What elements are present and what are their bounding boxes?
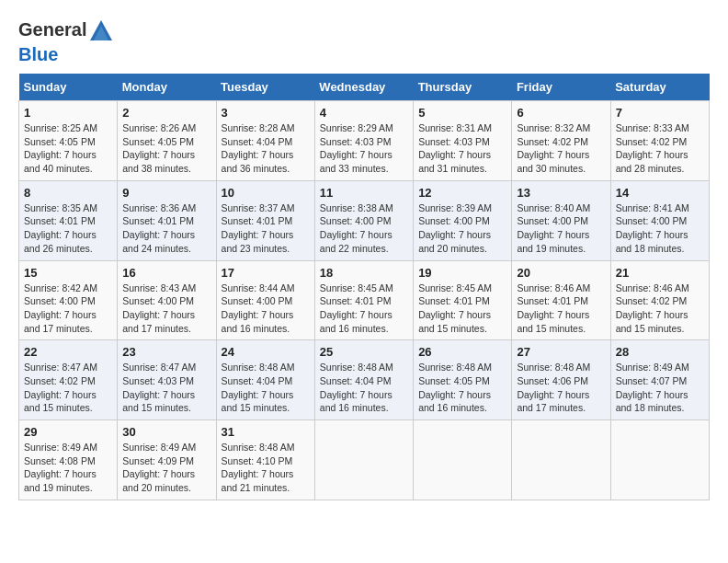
- day-number: 8: [24, 186, 112, 200]
- day-number: 9: [122, 186, 210, 200]
- table-row: 19Sunrise: 8:45 AMSunset: 4:01 PMDayligh…: [414, 260, 512, 340]
- table-row: 22Sunrise: 8:47 AMSunset: 4:02 PMDayligh…: [19, 340, 118, 420]
- day-info: Sunrise: 8:31 AMSunset: 4:03 PMDaylight:…: [418, 122, 492, 174]
- table-row: [512, 420, 610, 500]
- page-header: General Blue: [18, 18, 710, 64]
- weekday-label: Thursday: [414, 74, 512, 101]
- table-row: 1Sunrise: 8:25 AMSunset: 4:05 PMDaylight…: [19, 101, 118, 181]
- logo-blue: Blue: [18, 44, 58, 64]
- day-info: Sunrise: 8:48 AMSunset: 4:05 PMDaylight:…: [418, 362, 492, 413]
- weekday-label: Wednesday: [314, 74, 413, 101]
- day-number: 22: [24, 345, 112, 359]
- day-info: Sunrise: 8:36 AMSunset: 4:01 PMDaylight:…: [122, 202, 196, 254]
- table-row: 5Sunrise: 8:31 AMSunset: 4:03 PMDaylight…: [414, 101, 512, 181]
- day-info: Sunrise: 8:28 AMSunset: 4:04 PMDaylight:…: [222, 122, 295, 174]
- day-number: 27: [517, 345, 605, 359]
- day-info: Sunrise: 8:42 AMSunset: 4:00 PMDaylight:…: [24, 282, 97, 334]
- day-number: 13: [517, 186, 605, 200]
- table-row: 18Sunrise: 8:45 AMSunset: 4:01 PMDayligh…: [314, 260, 413, 340]
- day-number: 5: [418, 106, 506, 120]
- day-number: 15: [24, 266, 112, 280]
- table-row: 14Sunrise: 8:41 AMSunset: 4:00 PMDayligh…: [610, 180, 709, 260]
- day-number: 1: [24, 106, 112, 120]
- calendar-body: 1Sunrise: 8:25 AMSunset: 4:05 PMDaylight…: [19, 101, 710, 500]
- table-row: 10Sunrise: 8:37 AMSunset: 4:01 PMDayligh…: [216, 180, 314, 260]
- day-number: 29: [24, 425, 112, 439]
- weekday-label: Monday: [118, 74, 216, 101]
- day-number: 4: [320, 106, 408, 120]
- day-number: 12: [418, 186, 506, 200]
- day-number: 30: [122, 425, 210, 439]
- table-row: 15Sunrise: 8:42 AMSunset: 4:00 PMDayligh…: [19, 260, 118, 340]
- table-row: 28Sunrise: 8:49 AMSunset: 4:07 PMDayligh…: [610, 340, 709, 420]
- day-info: Sunrise: 8:49 AMSunset: 4:07 PMDaylight:…: [616, 362, 689, 413]
- day-number: 20: [517, 266, 605, 280]
- table-row: 23Sunrise: 8:47 AMSunset: 4:03 PMDayligh…: [118, 340, 216, 420]
- weekday-label: Sunday: [19, 74, 118, 101]
- table-row: 31Sunrise: 8:48 AMSunset: 4:10 PMDayligh…: [216, 420, 314, 500]
- day-number: 16: [122, 266, 210, 280]
- day-number: 11: [320, 186, 408, 200]
- day-info: Sunrise: 8:39 AMSunset: 4:00 PMDaylight:…: [418, 202, 492, 254]
- day-info: Sunrise: 8:48 AMSunset: 4:06 PMDaylight:…: [517, 362, 590, 413]
- day-info: Sunrise: 8:37 AMSunset: 4:01 PMDaylight:…: [222, 202, 295, 254]
- day-number: 26: [418, 345, 506, 359]
- calendar-week-row: 8Sunrise: 8:35 AMSunset: 4:01 PMDaylight…: [19, 180, 710, 260]
- weekday-header-row: SundayMondayTuesdayWednesdayThursdayFrid…: [19, 74, 710, 101]
- table-row: 4Sunrise: 8:29 AMSunset: 4:03 PMDaylight…: [314, 101, 413, 181]
- table-row: 26Sunrise: 8:48 AMSunset: 4:05 PMDayligh…: [414, 340, 512, 420]
- day-info: Sunrise: 8:47 AMSunset: 4:03 PMDaylight:…: [122, 362, 196, 413]
- logo-general: General: [18, 19, 86, 40]
- logo: General Blue: [18, 18, 114, 64]
- day-info: Sunrise: 8:25 AMSunset: 4:05 PMDaylight:…: [24, 122, 97, 174]
- table-row: 8Sunrise: 8:35 AMSunset: 4:01 PMDaylight…: [19, 180, 118, 260]
- day-number: 23: [122, 345, 210, 359]
- table-row: [414, 420, 512, 500]
- day-number: 17: [222, 266, 310, 280]
- day-number: 21: [616, 266, 704, 280]
- table-row: 27Sunrise: 8:48 AMSunset: 4:06 PMDayligh…: [512, 340, 610, 420]
- table-row: 11Sunrise: 8:38 AMSunset: 4:00 PMDayligh…: [314, 180, 413, 260]
- day-info: Sunrise: 8:44 AMSunset: 4:00 PMDaylight:…: [222, 282, 295, 334]
- table-row: 3Sunrise: 8:28 AMSunset: 4:04 PMDaylight…: [216, 101, 314, 181]
- day-number: 3: [222, 106, 310, 120]
- day-info: Sunrise: 8:43 AMSunset: 4:00 PMDaylight:…: [122, 282, 196, 334]
- day-number: 25: [320, 345, 408, 359]
- table-row: 20Sunrise: 8:46 AMSunset: 4:01 PMDayligh…: [512, 260, 610, 340]
- table-row: 12Sunrise: 8:39 AMSunset: 4:00 PMDayligh…: [414, 180, 512, 260]
- day-info: Sunrise: 8:40 AMSunset: 4:00 PMDaylight:…: [517, 202, 590, 254]
- day-info: Sunrise: 8:38 AMSunset: 4:00 PMDaylight:…: [320, 202, 393, 254]
- calendar-week-row: 22Sunrise: 8:47 AMSunset: 4:02 PMDayligh…: [19, 340, 710, 420]
- table-row: 29Sunrise: 8:49 AMSunset: 4:08 PMDayligh…: [19, 420, 118, 500]
- calendar-week-row: 1Sunrise: 8:25 AMSunset: 4:05 PMDaylight…: [19, 101, 710, 181]
- day-info: Sunrise: 8:35 AMSunset: 4:01 PMDaylight:…: [24, 202, 97, 254]
- day-number: 7: [616, 106, 704, 120]
- day-number: 24: [222, 345, 310, 359]
- day-number: 19: [418, 266, 506, 280]
- table-row: 25Sunrise: 8:48 AMSunset: 4:04 PMDayligh…: [314, 340, 413, 420]
- day-number: 14: [616, 186, 704, 200]
- calendar-table: SundayMondayTuesdayWednesdayThursdayFrid…: [18, 74, 710, 500]
- table-row: 17Sunrise: 8:44 AMSunset: 4:00 PMDayligh…: [216, 260, 314, 340]
- table-row: 7Sunrise: 8:33 AMSunset: 4:02 PMDaylight…: [610, 101, 709, 181]
- calendar-week-row: 15Sunrise: 8:42 AMSunset: 4:00 PMDayligh…: [19, 260, 710, 340]
- day-info: Sunrise: 8:49 AMSunset: 4:08 PMDaylight:…: [24, 442, 97, 493]
- table-row: 6Sunrise: 8:32 AMSunset: 4:02 PMDaylight…: [512, 101, 610, 181]
- day-number: 18: [320, 266, 408, 280]
- day-info: Sunrise: 8:46 AMSunset: 4:01 PMDaylight:…: [517, 282, 590, 334]
- weekday-label: Friday: [512, 74, 610, 101]
- logo-icon: [88, 18, 114, 44]
- day-info: Sunrise: 8:47 AMSunset: 4:02 PMDaylight:…: [24, 362, 97, 413]
- table-row: 16Sunrise: 8:43 AMSunset: 4:00 PMDayligh…: [118, 260, 216, 340]
- day-info: Sunrise: 8:29 AMSunset: 4:03 PMDaylight:…: [320, 122, 393, 174]
- day-info: Sunrise: 8:48 AMSunset: 4:10 PMDaylight:…: [222, 442, 295, 493]
- day-info: Sunrise: 8:45 AMSunset: 4:01 PMDaylight:…: [320, 282, 393, 334]
- day-info: Sunrise: 8:45 AMSunset: 4:01 PMDaylight:…: [418, 282, 492, 334]
- day-number: 2: [122, 106, 210, 120]
- weekday-label: Saturday: [610, 74, 709, 101]
- table-row: 2Sunrise: 8:26 AMSunset: 4:05 PMDaylight…: [118, 101, 216, 181]
- day-info: Sunrise: 8:49 AMSunset: 4:09 PMDaylight:…: [122, 442, 196, 493]
- table-row: [610, 420, 709, 500]
- weekday-label: Tuesday: [216, 74, 314, 101]
- table-row: [314, 420, 413, 500]
